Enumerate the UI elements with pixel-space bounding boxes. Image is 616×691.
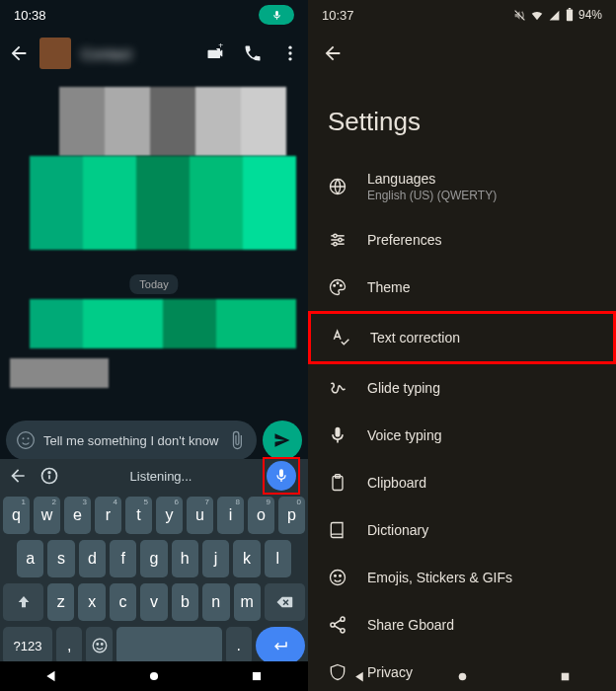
symbols-key[interactable]: ?123 [3, 627, 52, 664]
svg-point-5 [23, 437, 25, 439]
key-v[interactable]: v [140, 583, 167, 621]
key-z[interactable]: z [47, 583, 74, 621]
key-x[interactable]: x [78, 583, 105, 621]
wifi-icon [530, 8, 544, 22]
key-c[interactable]: c [110, 583, 136, 621]
settings-label: Text correction [370, 330, 460, 346]
svg-point-38 [458, 672, 466, 680]
svg-point-27 [341, 285, 343, 287]
key-q[interactable]: q1 [3, 497, 30, 534]
back-icon[interactable] [322, 42, 344, 64]
emoji-icon[interactable] [16, 430, 36, 450]
key-k[interactable]: k [233, 540, 260, 577]
enter-key[interactable] [256, 627, 305, 664]
key-u[interactable]: u7 [187, 497, 213, 534]
more-icon[interactable] [280, 43, 300, 63]
svg-rect-39 [561, 672, 569, 680]
settings-label: Glide typing [367, 380, 440, 396]
keyboard-row-4: ?123 , . [3, 627, 305, 664]
key-p[interactable]: p0 [278, 497, 305, 534]
svg-point-26 [337, 282, 339, 284]
redacted-message [30, 156, 296, 250]
avatar[interactable] [39, 38, 71, 69]
svg-text:+: + [218, 43, 223, 50]
kb-back-icon[interactable] [8, 466, 28, 486]
settings-item-glide-typing[interactable]: Glide typing [308, 364, 616, 412]
shift-key[interactable] [3, 583, 43, 621]
key-y[interactable]: y6 [156, 497, 183, 534]
svg-point-9 [48, 472, 50, 474]
status-time: 10:37 [322, 8, 354, 23]
key-a[interactable]: a [17, 540, 43, 577]
svg-point-25 [334, 285, 336, 287]
mic-pill-indicator[interactable] [259, 5, 294, 25]
video-call-icon[interactable]: + [205, 43, 225, 63]
comma-key[interactable]: , [56, 627, 83, 664]
settings-label: Preferences [367, 232, 441, 248]
message-input[interactable]: Tell me something I don't know [6, 421, 257, 460]
back-row [308, 30, 616, 77]
settings-label: Dictionary [367, 522, 428, 538]
key-b[interactable]: b [172, 583, 198, 621]
settings-label: Share Gboard [367, 617, 454, 633]
key-m[interactable]: m [234, 583, 261, 621]
status-bar-right: 10:37 94% [308, 0, 616, 30]
svg-point-31 [335, 576, 337, 577]
settings-sub: English (US) (QWERTY) [367, 189, 497, 202]
key-l[interactable]: l [265, 540, 291, 577]
svg-point-1 [288, 46, 291, 49]
call-icon[interactable] [243, 43, 263, 63]
send-button[interactable] [263, 421, 302, 460]
key-s[interactable]: s [47, 540, 74, 577]
back-icon[interactable] [8, 42, 30, 64]
settings-item-preferences[interactable]: Preferences [308, 216, 616, 264]
battery-icon [565, 8, 575, 22]
nav-back-icon[interactable] [44, 669, 58, 683]
settings-item-theme[interactable]: Theme [308, 264, 616, 311]
nav-recent-icon[interactable] [559, 670, 572, 683]
settings-title: Settings [308, 77, 616, 157]
key-r[interactable]: r4 [95, 497, 121, 534]
settings-item-share-gboard[interactable]: Share Gboard [308, 601, 616, 649]
key-j[interactable]: j [202, 540, 229, 577]
key-w[interactable]: w2 [34, 497, 60, 534]
settings-item-emojis-stickers-gifs[interactable]: Emojis, Stickers & GIFs [308, 554, 616, 601]
settings-item-dictionary[interactable]: Dictionary [308, 506, 616, 554]
svg-point-2 [288, 51, 291, 54]
nav-recent-icon[interactable] [250, 669, 264, 683]
status-time: 10:38 [14, 8, 46, 23]
settings-item-clipboard[interactable]: Clipboard [308, 459, 616, 506]
emoji-key[interactable] [86, 627, 113, 664]
backspace-key[interactable] [265, 583, 305, 621]
key-i[interactable]: i8 [217, 497, 244, 534]
key-t[interactable]: t5 [125, 497, 152, 534]
nav-home-icon[interactable] [147, 669, 161, 683]
input-bar: Tell me something I don't know [6, 421, 302, 460]
nav-back-icon[interactable] [353, 670, 366, 683]
svg-point-6 [28, 437, 30, 439]
settings-label: Voice typing [367, 427, 442, 443]
key-f[interactable]: f [110, 540, 136, 577]
voice-input-button[interactable] [267, 461, 296, 491]
space-key[interactable] [116, 627, 221, 664]
key-g[interactable]: g [140, 540, 167, 577]
settings-item-text-correction[interactable]: Text correction [308, 311, 616, 364]
nav-home-icon[interactable] [456, 670, 469, 683]
settings-item-languages[interactable]: LanguagesEnglish (US) (QWERTY) [308, 157, 616, 216]
svg-point-4 [18, 432, 35, 449]
settings-item-voice-typing[interactable]: Voice typing [308, 412, 616, 459]
keyboard-row-3: zxcvbnm [3, 583, 305, 621]
key-h[interactable]: h [172, 540, 198, 577]
attach-icon[interactable] [227, 430, 247, 450]
palette-icon [328, 277, 347, 297]
key-d[interactable]: d [79, 540, 106, 577]
gesture-icon [328, 378, 347, 398]
keyboard-toolbar: Listening... [0, 459, 308, 493]
svg-rect-14 [253, 672, 261, 680]
key-e[interactable]: e3 [64, 497, 91, 534]
key-n[interactable]: n [202, 583, 229, 621]
kb-info-icon[interactable] [39, 466, 59, 486]
period-key[interactable]: . [226, 627, 253, 664]
key-o[interactable]: o9 [248, 497, 274, 534]
chat-title[interactable]: Contact [81, 45, 195, 62]
